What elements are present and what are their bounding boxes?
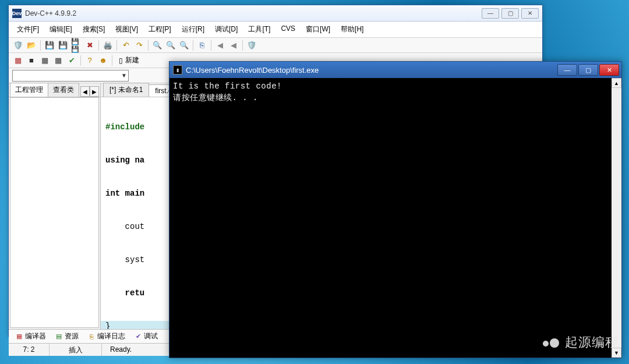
devcpp-window-controls: — ▢ ✕ — [482, 8, 539, 19]
compile-icon[interactable]: ▦ — [12, 55, 24, 66]
console-scrollbar[interactable]: ▲ ▼ — [612, 78, 621, 358]
menu-view[interactable]: 视图[V] — [111, 23, 143, 36]
find-next-icon[interactable]: 🔍 — [165, 40, 176, 51]
code-line: cout — [105, 222, 144, 231]
scroll-up-icon[interactable]: ▲ — [612, 78, 621, 88]
check-icon[interactable]: ✔ — [66, 55, 77, 66]
menu-tools[interactable]: 工具[T] — [243, 23, 275, 36]
menu-window[interactable]: 窗口[W] — [301, 23, 335, 36]
code-line: #include — [105, 122, 144, 132]
menu-search[interactable]: 搜索[S] — [78, 23, 110, 36]
run-icon[interactable]: ■ — [26, 55, 37, 66]
wechat-icon — [543, 335, 560, 350]
separator-icon — [211, 40, 211, 51]
menu-edit[interactable]: 编辑[E] — [45, 23, 77, 36]
separator-icon — [80, 55, 81, 66]
new-button[interactable]: ▯ 新建 — [115, 55, 143, 66]
menu-cvs[interactable]: CVS — [276, 23, 300, 36]
toolbar-row-1: 🛡️ 📂 💾 💾 💾💾 ✖ 🖨️ ↶ ↷ 🔍 🔍 🔍 ⎘ ◀ ◀ 🛡️ — [9, 38, 542, 53]
separator-icon — [40, 40, 41, 51]
left-pane: 工程管理 查看类 ◀ ▶ — [9, 83, 101, 329]
separator-icon — [242, 40, 243, 51]
close-button[interactable]: ✕ — [521, 8, 539, 19]
tab-debug-label: 调试 — [144, 331, 158, 341]
separator-icon — [193, 40, 193, 51]
code-line: retu — [105, 288, 144, 298]
redo-icon[interactable]: ↷ — [133, 40, 145, 51]
code-line: syst — [105, 255, 144, 264]
undo-icon[interactable]: ↶ — [120, 40, 132, 51]
console-titlebar[interactable]: ▮ C:\Users\FoehnRevolt\Desktop\first.exe… — [169, 62, 621, 78]
project-tree[interactable] — [10, 97, 99, 328]
devcpp-app-icon: Dev — [12, 9, 22, 18]
tab-debug[interactable]: ✔ 调试 — [130, 330, 162, 342]
console-window-controls: — ▢ ✕ — [557, 64, 619, 76]
menu-debug[interactable]: 调试[D] — [210, 23, 242, 36]
goto-icon[interactable]: ⎘ — [196, 40, 208, 51]
console-window: ▮ C:\Users\FoehnRevolt\Desktop\first.exe… — [169, 61, 622, 358]
watermark-text: 起源编程 — [565, 334, 619, 351]
menu-file[interactable]: 文件[F] — [12, 23, 44, 36]
console-line: It is the first code! — [173, 82, 282, 91]
devcpp-titlebar[interactable]: Dev Dev-C++ 4.9.9.2 — ▢ ✕ — [9, 5, 542, 22]
tab-resources-label: 资源 — [65, 331, 79, 341]
open-icon[interactable]: 📂 — [26, 40, 37, 51]
saveall-icon[interactable]: 💾 — [57, 40, 69, 51]
console-close-button[interactable]: ✕ — [599, 64, 619, 76]
editor-tab-unnamed[interactable]: [*] 未命名1 — [103, 83, 149, 97]
save-icon[interactable]: 💾 — [44, 40, 55, 51]
console-maximize-button[interactable]: ▢ — [578, 64, 598, 76]
console-minimize-button[interactable]: — — [557, 64, 577, 76]
tab-nav-arrows: ◀ ▶ — [80, 86, 99, 97]
code-line: using na — [105, 156, 144, 165]
stack-icon: ▤ — [55, 333, 62, 340]
menu-run[interactable]: 运行[R] — [177, 23, 209, 36]
minimize-button[interactable]: — — [482, 8, 499, 19]
about-icon[interactable]: ☻ — [97, 55, 109, 66]
grid-icon: ▦ — [16, 333, 23, 340]
tab-nav-left-icon[interactable]: ◀ — [80, 86, 90, 97]
separator-icon — [112, 55, 112, 66]
compile-run-icon[interactable]: ▦ — [39, 55, 51, 66]
left-tabstrip: 工程管理 查看类 ◀ ▶ — [9, 83, 100, 97]
menu-help[interactable]: 帮助[H] — [336, 23, 368, 36]
maximize-button[interactable]: ▢ — [501, 8, 519, 19]
console-output[interactable]: It is the first code! 请按任意键继续. . . — [169, 78, 612, 358]
new-button-label: 新建 — [125, 55, 139, 65]
shield2-icon[interactable]: 🛡️ — [246, 40, 257, 51]
console-body: It is the first code! 请按任意键继续. . . ▲ ▼ — [169, 78, 621, 358]
console-line: 请按任意键继续. . . — [173, 93, 258, 103]
nav-fwd-icon[interactable]: ◀ — [228, 40, 239, 51]
saveall2-icon[interactable]: 💾💾 — [70, 40, 82, 51]
menu-bar: 文件[F] 编辑[E] 搜索[S] 视图[V] 工程[P] 运行[R] 调试[D… — [9, 22, 542, 38]
chevron-down-icon: ▼ — [121, 72, 127, 79]
console-title-text: C:\Users\FoehnRevolt\Desktop\first.exe — [186, 66, 557, 75]
goto-combo[interactable]: ▼ — [12, 70, 129, 82]
code-line: } — [105, 321, 110, 329]
rebuild-icon[interactable]: ▦ — [52, 55, 64, 66]
console-app-icon: ▮ — [173, 65, 182, 75]
tab-compile-log[interactable]: ⎘ 编译日志 — [83, 330, 130, 342]
scroll-track[interactable] — [612, 88, 621, 348]
find-icon[interactable]: 🔍 — [151, 40, 163, 51]
code-line: int main — [105, 189, 144, 198]
tab-compiler[interactable]: ▦ 编译器 — [11, 330, 51, 342]
tab-compile-log-label: 编译日志 — [97, 331, 125, 341]
tab-resources[interactable]: ▤ 资源 — [51, 330, 83, 342]
nav-back-icon[interactable]: ◀ — [214, 40, 226, 51]
help-icon[interactable]: ? — [84, 55, 96, 66]
tab-nav-right-icon[interactable]: ▶ — [90, 86, 99, 97]
tab-project-manager[interactable]: 工程管理 — [10, 83, 48, 97]
shield-icon[interactable]: 🛡️ — [12, 40, 24, 51]
menu-project[interactable]: 工程[P] — [144, 23, 176, 36]
new-page-icon: ▯ — [119, 56, 123, 65]
close-file-icon[interactable]: ✖ — [84, 40, 96, 51]
separator-icon — [116, 40, 117, 51]
devcpp-title-text: Dev-C++ 4.9.9.2 — [25, 9, 482, 17]
tab-class-view[interactable]: 查看类 — [48, 83, 79, 97]
separator-icon — [148, 40, 149, 51]
replace-icon[interactable]: 🔍 — [178, 40, 190, 51]
print-icon[interactable]: 🖨️ — [102, 40, 114, 51]
check-icon: ✔ — [135, 333, 142, 340]
status-cursor-pos: 7: 2 — [9, 344, 50, 356]
